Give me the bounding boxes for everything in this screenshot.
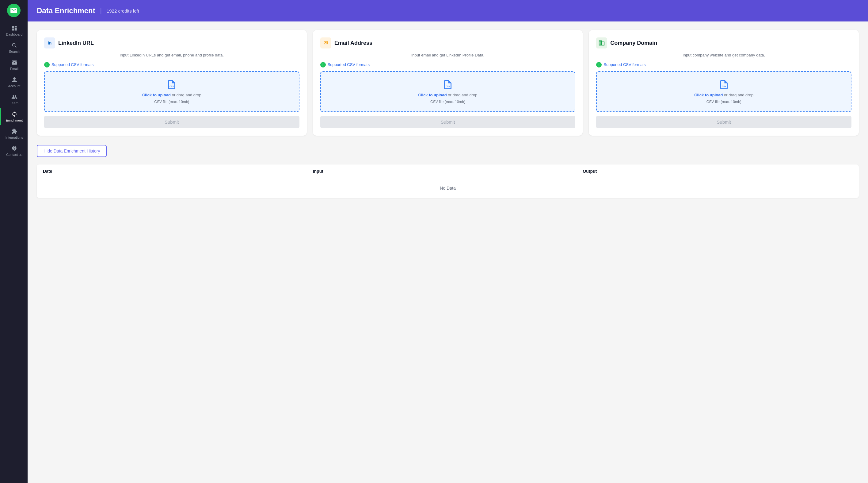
sidebar-item-integrations[interactable]: Integrations bbox=[0, 125, 28, 142]
csv-file-icon: CSV bbox=[442, 79, 453, 90]
hide-history-button[interactable]: Hide Data Enrichment History bbox=[37, 145, 107, 157]
company-card: Company Domain − Input company website a… bbox=[589, 30, 859, 136]
company-upload-zone[interactable]: CSV Click to upload or drag and drop CSV… bbox=[596, 71, 851, 112]
email-icon bbox=[11, 59, 18, 66]
info-icon: ! bbox=[596, 62, 602, 67]
csv-file-icon: CSV bbox=[718, 79, 730, 90]
history-table-header: Date Input Output bbox=[37, 165, 859, 178]
email-upload-zone[interactable]: CSV Click to upload or drag and drop CSV… bbox=[320, 71, 576, 112]
linkedin-description: Input LinkedIn URLs and get email, phone… bbox=[44, 52, 300, 58]
app-logo[interactable] bbox=[7, 4, 21, 17]
upload-text: Click to upload or drag and drop bbox=[694, 93, 753, 97]
linkedin-submit-button[interactable]: Submit bbox=[44, 116, 300, 128]
enrichment-cards-grid: in LinkedIn URL − Input LinkedIn URLs an… bbox=[37, 30, 859, 136]
email-card: ✉ Email Address − Input email and get Li… bbox=[313, 30, 583, 136]
linkedin-supported-formats[interactable]: ! Supported CSV formats bbox=[44, 62, 300, 67]
company-supported-formats[interactable]: ! Supported CSV formats bbox=[596, 62, 851, 67]
company-submit-button[interactable]: Submit bbox=[596, 116, 851, 128]
contact-icon bbox=[11, 145, 18, 151]
email-card-header: ✉ Email Address − bbox=[320, 37, 576, 49]
sidebar-item-label: Contact us bbox=[6, 153, 22, 157]
email-card-icon: ✉ bbox=[320, 37, 331, 49]
sidebar-item-search[interactable]: Search bbox=[0, 39, 28, 56]
company-card-title: Company Domain bbox=[610, 40, 657, 46]
info-icon: ! bbox=[44, 62, 50, 67]
email-card-title: Email Address bbox=[334, 40, 372, 46]
main-content: Data Enrichment | 1922 credits left in L… bbox=[28, 0, 868, 483]
sidebar-item-label: Integrations bbox=[5, 136, 23, 139]
sidebar-item-enrichment[interactable]: Enrichment bbox=[0, 108, 28, 125]
sidebar-item-label: Dashboard bbox=[6, 32, 23, 36]
upload-text: Click to upload or drag and drop bbox=[418, 93, 477, 97]
click-to-upload: Click to upload bbox=[418, 93, 447, 97]
input-column-header: Input bbox=[313, 169, 583, 174]
click-to-upload: Click to upload bbox=[142, 93, 171, 97]
account-icon bbox=[11, 77, 18, 83]
sidebar-item-label: Enrichment bbox=[6, 118, 23, 122]
history-empty-state: No Data bbox=[37, 178, 859, 198]
page-header: Data Enrichment | 1922 credits left bbox=[28, 0, 868, 22]
mail-icon bbox=[10, 6, 18, 15]
company-card-icon bbox=[596, 37, 607, 49]
supported-formats-label: Supported CSV formats bbox=[52, 62, 93, 67]
svg-text:CSV: CSV bbox=[722, 85, 726, 87]
linkedin-icon: in bbox=[44, 37, 55, 49]
sidebar-item-dashboard[interactable]: Dashboard bbox=[0, 22, 28, 39]
linkedin-card-header: in LinkedIn URL − bbox=[44, 37, 300, 49]
sidebar-item-label: Search bbox=[9, 50, 20, 53]
sidebar-item-label: Team bbox=[10, 101, 19, 105]
email-supported-formats[interactable]: ! Supported CSV formats bbox=[320, 62, 576, 67]
svg-text:CSV: CSV bbox=[446, 85, 450, 87]
company-minimize-button[interactable]: − bbox=[848, 40, 851, 46]
linkedin-card: in LinkedIn URL − Input LinkedIn URLs an… bbox=[37, 30, 307, 136]
sidebar-item-label: Email bbox=[10, 67, 19, 70]
email-submit-button[interactable]: Submit bbox=[320, 116, 576, 128]
upload-text: Click to upload or drag and drop bbox=[142, 93, 202, 97]
sidebar-item-team[interactable]: Team bbox=[0, 91, 28, 108]
company-description: Input company website and get company da… bbox=[596, 52, 851, 58]
history-table: Date Input Output No Data bbox=[37, 165, 859, 198]
upload-subtext: CSV file (max. 10mb) bbox=[707, 100, 741, 104]
sidebar: Dashboard Search Email Account Team Enri… bbox=[0, 0, 28, 483]
linkedin-card-title: LinkedIn URL bbox=[58, 40, 94, 46]
enrichment-icon bbox=[11, 111, 18, 117]
sidebar-item-contact[interactable]: Contact us bbox=[0, 142, 28, 160]
email-description: Input email and get LinkedIn Profile Dat… bbox=[320, 52, 576, 58]
credits-text: 1922 credits left bbox=[107, 8, 139, 13]
supported-formats-label: Supported CSV formats bbox=[328, 62, 370, 67]
content-area: in LinkedIn URL − Input LinkedIn URLs an… bbox=[28, 22, 868, 483]
supported-formats-label: Supported CSV formats bbox=[603, 62, 646, 67]
team-icon bbox=[11, 94, 18, 100]
building-icon bbox=[598, 39, 605, 46]
integrations-icon bbox=[11, 128, 18, 134]
upload-subtext: CSV file (max. 10mb) bbox=[430, 100, 465, 104]
click-to-upload: Click to upload bbox=[694, 93, 723, 97]
dashboard-icon bbox=[11, 25, 18, 31]
info-icon: ! bbox=[320, 62, 326, 67]
search-icon bbox=[11, 42, 18, 49]
upload-subtext: CSV file (max. 10mb) bbox=[154, 100, 189, 104]
date-column-header: Date bbox=[43, 169, 313, 174]
page-title: Data Enrichment bbox=[37, 6, 95, 15]
output-column-header: Output bbox=[583, 169, 853, 174]
linkedin-minimize-button[interactable]: − bbox=[296, 40, 300, 46]
linkedin-upload-zone[interactable]: CSV Click to upload or drag and drop CSV… bbox=[44, 71, 300, 112]
history-section: Hide Data Enrichment History Date Input … bbox=[37, 145, 859, 198]
csv-file-icon: CSV bbox=[166, 79, 177, 90]
sidebar-item-account[interactable]: Account bbox=[0, 74, 28, 91]
company-card-header: Company Domain − bbox=[596, 37, 851, 49]
header-divider: | bbox=[100, 7, 102, 15]
svg-text:CSV: CSV bbox=[170, 85, 174, 87]
sidebar-item-label: Account bbox=[8, 84, 21, 88]
sidebar-item-email[interactable]: Email bbox=[0, 56, 28, 74]
email-minimize-button[interactable]: − bbox=[572, 40, 576, 46]
